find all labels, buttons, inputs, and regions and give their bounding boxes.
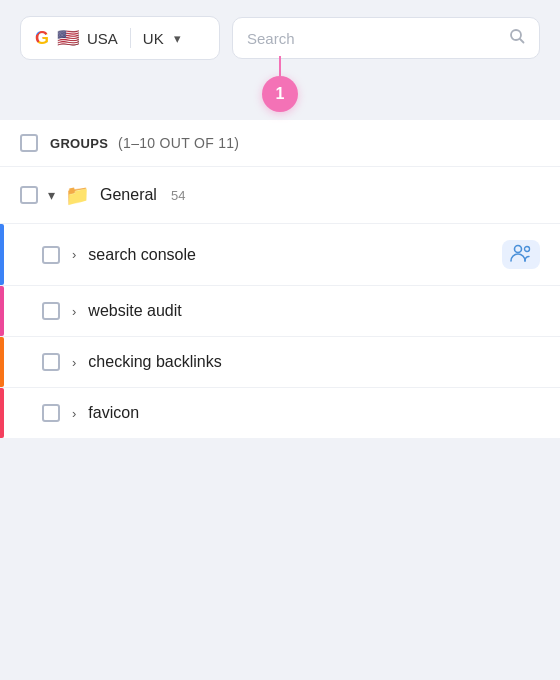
groups-count: (1–10 OUT OF 11): [118, 135, 239, 151]
chevron-right-icon[interactable]: ›: [72, 247, 76, 262]
svg-point-2: [515, 246, 522, 253]
content-area: GROUPS (1–10 OUT OF 11) ▾ 📁 General 54 ›…: [0, 120, 560, 438]
chevron-right-icon[interactable]: ›: [72, 355, 76, 370]
country-label: USA: [87, 30, 118, 47]
folder-icon: 📁: [65, 183, 90, 207]
item-checkbox-3[interactable]: [42, 404, 60, 422]
step-badge: 1: [262, 76, 298, 112]
left-indicator: [0, 388, 4, 438]
item-checkbox-1[interactable]: [42, 302, 60, 320]
badge-area: 1: [0, 76, 560, 120]
svg-line-1: [520, 39, 524, 43]
left-indicator: [0, 337, 4, 387]
general-row: ▾ 📁 General 54: [0, 167, 560, 224]
svg-point-3: [525, 247, 530, 252]
left-indicator: [0, 224, 4, 285]
chevron-down-icon[interactable]: ▾: [174, 31, 181, 46]
badge-number: 1: [276, 85, 285, 103]
item-checkbox-0[interactable]: [42, 246, 60, 264]
chevron-right-icon[interactable]: ›: [72, 304, 76, 319]
list-item: › checking backlinks: [0, 337, 560, 388]
groups-header: GROUPS (1–10 OUT OF 11): [0, 120, 560, 167]
search-icon: [509, 28, 525, 48]
item-label-3: favicon: [88, 404, 139, 422]
locale-selector[interactable]: G 🇺🇸 USA UK ▾: [20, 16, 220, 60]
list-item: › search console: [0, 224, 560, 286]
list-item: › favicon: [0, 388, 560, 438]
groups-title: GROUPS (1–10 OUT OF 11): [50, 135, 239, 151]
left-indicator: [0, 286, 4, 336]
region-label: UK: [143, 30, 164, 47]
list-item: › website audit: [0, 286, 560, 337]
item-label-1: website audit: [88, 302, 181, 320]
connector-line: [279, 56, 281, 76]
general-count: 54: [171, 188, 185, 203]
general-label: General: [100, 186, 157, 204]
general-chevron-down-icon[interactable]: ▾: [48, 187, 55, 203]
google-logo: G: [35, 28, 49, 49]
item-label-2: checking backlinks: [88, 353, 221, 371]
item-checkbox-2[interactable]: [42, 353, 60, 371]
search-box[interactable]: Search: [232, 17, 540, 59]
users-icon: [510, 244, 532, 265]
item-label-0: search console: [88, 246, 196, 264]
groups-checkbox[interactable]: [20, 134, 38, 152]
search-placeholder-text: Search: [247, 30, 295, 47]
general-checkbox[interactable]: [20, 186, 38, 204]
us-flag: 🇺🇸: [57, 27, 79, 49]
right-badge: [502, 240, 540, 269]
vertical-divider: [130, 28, 131, 48]
chevron-right-icon[interactable]: ›: [72, 406, 76, 421]
groups-label: GROUPS: [50, 136, 108, 151]
